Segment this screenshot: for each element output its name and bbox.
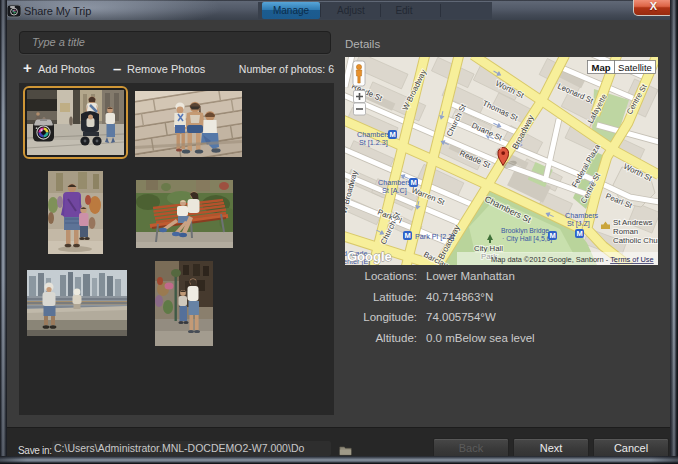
svg-text:Google: Google <box>347 249 392 264</box>
svg-text:M: M <box>576 229 582 238</box>
svg-text:Brooklyn Bridge: Brooklyn Bridge <box>501 227 549 235</box>
svg-text:Catholic Churc: Catholic Churc <box>613 236 658 245</box>
svg-text:St [J.Z]: St [J.Z] <box>567 219 590 228</box>
svg-text:Map: Map <box>592 62 611 73</box>
svg-text:Satellite: Satellite <box>618 62 652 73</box>
svg-text:M: M <box>389 130 395 139</box>
svg-text:St [1.2.3]: St [1.2.3] <box>359 138 388 147</box>
svg-text:St [A.C]: St [A.C] <box>382 186 407 195</box>
svg-text:Park Pl [2.3]: Park Pl [2.3] <box>415 232 454 241</box>
svg-text:M: M <box>549 231 555 240</box>
svg-text:M: M <box>404 231 410 240</box>
svg-text:St Andrews: St Andrews <box>613 218 653 227</box>
svg-text:Map data ©2012 Google, Sanborn: Map data ©2012 Google, Sanborn - Terms o… <box>491 255 654 264</box>
svg-text:M: M <box>410 178 416 187</box>
svg-text:· City Hall [4,5,6]: · City Hall [4,5,6] <box>502 235 552 243</box>
svg-text:Roman: Roman <box>613 227 638 236</box>
